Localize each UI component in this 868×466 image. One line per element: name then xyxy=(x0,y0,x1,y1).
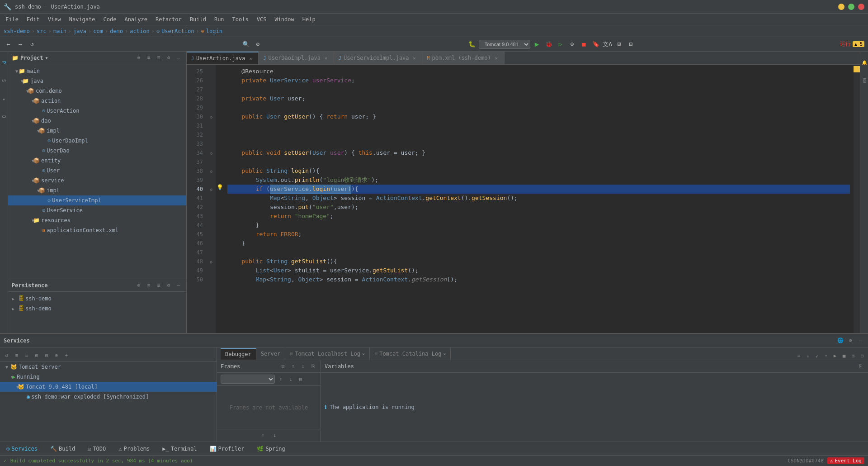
tree-item-dao-impl[interactable]: ▼ 📦 impl xyxy=(8,126,186,136)
tab-userDaoImpl[interactable]: J UserDaoImpl.java ✕ xyxy=(259,52,334,64)
menu-file[interactable]: File xyxy=(2,15,22,24)
frames-filter-btn[interactable]: ⊟ xyxy=(279,362,287,371)
thread-down-btn[interactable]: ↓ xyxy=(287,375,295,383)
bottom-panel-minimize-btn[interactable]: — xyxy=(856,337,864,345)
maximize-button[interactable] xyxy=(848,4,854,10)
toolbar-forward-btn[interactable]: → xyxy=(15,39,25,49)
tab-userServiceImpl[interactable]: J UserServiceImpl.java ✕ xyxy=(334,52,423,64)
persistence-item-1[interactable]: ▶ 🗄 ssh-demo xyxy=(8,294,186,304)
tree-item-UserAction[interactable]: ⊙ UserAction xyxy=(8,106,186,116)
sidebar-right-notifications-icon[interactable]: 🔔 xyxy=(861,53,868,71)
lightbulb-icon[interactable]: 💡 xyxy=(216,183,224,192)
stop-button[interactable]: ■ xyxy=(579,39,589,49)
tree-item-com-demo[interactable]: ▼ 📦 com.demo xyxy=(8,86,186,96)
variables-copy-btn[interactable]: ⎘ xyxy=(856,362,864,371)
dbg-step-over-btn[interactable]: ↓ xyxy=(804,352,812,360)
menu-edit[interactable]: Edit xyxy=(23,15,43,24)
frames-scroll-down-btn[interactable]: ↓ xyxy=(271,432,279,440)
tree-item-applicationContext[interactable]: ≋ applicationContext.xml xyxy=(8,225,186,235)
persistence-item-2[interactable]: ▶ 🗄 ssh-demo xyxy=(8,304,186,314)
sidebar-project-icon[interactable]: P xyxy=(0,53,8,71)
menu-vcs[interactable]: VCS xyxy=(253,15,270,24)
persistence-settings-btn[interactable]: ⚙ xyxy=(165,281,173,290)
run-coverage-button[interactable]: ▷ xyxy=(556,39,566,49)
project-settings-btn[interactable]: ⚙ xyxy=(165,54,173,62)
bottom-btn-services[interactable]: ⚙ Services xyxy=(4,445,40,453)
menu-view[interactable]: View xyxy=(44,15,65,24)
bottom-panel-globe-btn[interactable]: 🌐 xyxy=(836,337,844,345)
menu-refactor[interactable]: Refactor xyxy=(152,15,185,24)
breadcrumb-demo[interactable]: demo xyxy=(110,28,123,34)
frames-copy-btn[interactable]: ⎘ xyxy=(309,362,317,371)
bottom-btn-todo[interactable]: ☑ TODO xyxy=(85,445,108,453)
menu-code[interactable]: Code xyxy=(100,15,120,24)
menu-help[interactable]: Help xyxy=(299,15,319,24)
breadcrumb-action[interactable]: action xyxy=(130,28,149,34)
locate-file-btn[interactable]: ⊕ xyxy=(135,54,143,62)
frames-up-btn[interactable]: ↑ xyxy=(289,362,297,371)
breadcrumb-userAction[interactable]: UserAction xyxy=(161,28,194,34)
tab-close-userServiceImpl[interactable]: ✕ xyxy=(411,55,418,61)
tree-item-UserService[interactable]: ⊘ UserService xyxy=(8,205,186,215)
sidebar-favorites-icon[interactable]: ★ xyxy=(0,90,8,108)
tree-item-main[interactable]: ▼ 📁 main xyxy=(8,66,186,76)
run-config-selector[interactable]: Tomcat 9.0.481 xyxy=(479,40,530,49)
bottom-btn-spring[interactable]: 🌿 Spring xyxy=(254,445,288,453)
tab-close-localhost-log[interactable]: ✕ xyxy=(362,352,365,357)
toolbar-refresh-btn[interactable]: ↺ xyxy=(27,39,37,49)
tree-item-User[interactable]: ⊙ User xyxy=(8,166,186,176)
services-filter-btn[interactable]: ⊟ xyxy=(42,352,51,360)
sidebar-persistence-icon[interactable]: D xyxy=(0,108,8,126)
persistence-collapse-btn[interactable]: ≡ xyxy=(145,281,153,290)
sidebar-structure-icon[interactable]: S xyxy=(0,71,8,90)
services-tree-tomcat-server[interactable]: ▼ 🐱 Tomcat Server xyxy=(0,362,217,372)
tree-item-resources[interactable]: ▼ 📁 resources xyxy=(8,215,186,225)
debugger-tab-localhost-log[interactable]: ≡ Tomcat Localhost Log ✕ xyxy=(285,348,370,360)
tab-pom[interactable]: M pom.xml (ssh-demo) ✕ xyxy=(423,52,505,64)
tree-item-UserDao[interactable]: ⊘ UserDao xyxy=(8,146,186,156)
persistence-expand-btn[interactable]: ≣ xyxy=(155,281,163,290)
debugger-tab-server[interactable]: Server xyxy=(256,348,285,360)
thread-combo[interactable] xyxy=(221,375,275,384)
bottom-panel-settings-btn[interactable]: ⚙ xyxy=(846,337,854,345)
project-dropdown-icon[interactable]: ▾ xyxy=(45,55,48,61)
tree-item-UserDaoImpl[interactable]: ⊙ UserDaoImpl xyxy=(8,136,186,146)
breadcrumb-src[interactable]: src xyxy=(37,28,47,34)
tree-item-dao[interactable]: ▼ 📦 dao xyxy=(8,116,186,126)
dbg-hamburger-btn[interactable]: ≡ xyxy=(795,352,803,360)
warning-badge[interactable]: ▲ 5 xyxy=(853,41,864,47)
services-collapse-btn[interactable]: ≡ xyxy=(13,352,21,360)
expand-all-btn[interactable]: ≣ xyxy=(155,54,163,62)
services-tree-war[interactable]: ◉ ssh-demo:war exploded [Synchronized] xyxy=(0,392,217,402)
debug-button[interactable]: 🐞 xyxy=(544,39,554,49)
tab-close-pom[interactable]: ✕ xyxy=(493,55,500,61)
bottom-btn-profiler[interactable]: 📊 Profiler xyxy=(207,445,247,453)
sidebar-right-database-icon[interactable]: 🗄 xyxy=(861,71,868,90)
tree-item-service-impl[interactable]: ▼ 📦 impl xyxy=(8,185,186,195)
toolbar-back-btn[interactable]: ← xyxy=(4,39,14,49)
toolbar-settings-btn[interactable]: ⚙ xyxy=(253,39,263,49)
menu-analyze[interactable]: Analyze xyxy=(121,15,151,24)
thread-up-btn[interactable]: ↑ xyxy=(277,375,285,383)
dbg-stop-btn[interactable]: ■ xyxy=(840,352,848,360)
services-tree-tomcat-instance[interactable]: ▼ 🐱 Tomcat 9.0.481 [local] xyxy=(0,382,217,392)
debugger-tab-catalina-log[interactable]: ≡ Tomcat Catalina Log ✕ xyxy=(370,348,451,360)
expand-button[interactable]: ⊞ xyxy=(614,39,624,49)
services-hide-btn[interactable]: ⊗ xyxy=(52,352,61,360)
tree-item-entity[interactable]: ▼ 📦 entity xyxy=(8,156,186,166)
warning-indicator[interactable] xyxy=(854,66,860,72)
tree-item-action[interactable]: ▼ 📦 action xyxy=(8,96,186,106)
collapse-all-btn[interactable]: ≡ xyxy=(145,54,153,62)
bottom-btn-terminal[interactable]: ▶_ Terminal xyxy=(160,445,199,453)
tab-close-userDaoImpl[interactable]: ✕ xyxy=(323,55,329,61)
services-add-btn[interactable]: + xyxy=(62,352,71,360)
dbg-view-btn[interactable]: ⊞ xyxy=(849,352,857,360)
toolbar-search-everywhere-btn[interactable]: 🔍 xyxy=(241,39,251,49)
dbg-step-out-btn[interactable]: ↑ xyxy=(822,352,830,360)
event-log-button[interactable]: ⚠ Event Log xyxy=(827,457,864,464)
menu-run[interactable]: Run xyxy=(211,15,228,24)
breadcrumb-java[interactable]: java xyxy=(73,28,86,34)
persistence-locate-btn[interactable]: ⊕ xyxy=(135,281,143,290)
services-expand-btn[interactable]: ≣ xyxy=(23,352,31,360)
profile-button[interactable]: ⊙ xyxy=(567,39,577,49)
